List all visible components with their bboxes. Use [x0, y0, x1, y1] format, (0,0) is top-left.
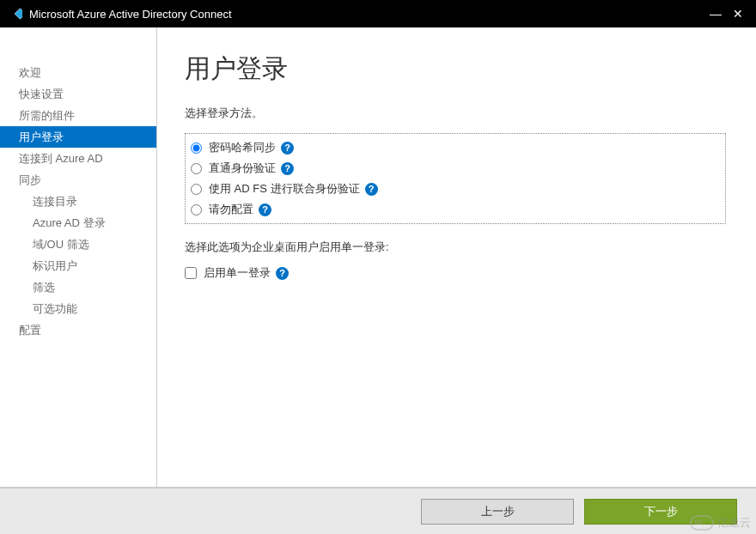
minimize-button[interactable]: — [704, 7, 727, 21]
sidebar: 欢迎快速设置所需的组件用户登录连接到 Azure AD同步连接目录Azure A… [0, 27, 157, 487]
signin-radio-0[interactable] [191, 143, 202, 154]
sidebar-item-10[interactable]: 筛选 [0, 276, 156, 298]
sso-checkbox-row: 启用单一登录 ? [185, 265, 729, 281]
signin-radio-label-1[interactable]: 直通身份验证 [209, 161, 276, 176]
footer: 上一步 下一步 [0, 488, 756, 534]
main-panel: 用户登录 选择登录方法。 密码哈希同步?直通身份验证?使用 AD FS 进行联合… [157, 27, 756, 487]
close-button[interactable]: ✕ [727, 7, 749, 21]
sidebar-item-6[interactable]: 连接目录 [0, 191, 156, 212]
azure-logo-icon [7, 6, 22, 21]
sidebar-item-9[interactable]: 标识用户 [0, 255, 156, 276]
sidebar-item-11[interactable]: 可选功能 [0, 298, 156, 319]
sidebar-item-2[interactable]: 所需的组件 [0, 105, 156, 126]
signin-radio-label-3[interactable]: 请勿配置 [209, 202, 253, 217]
help-icon[interactable]: ? [259, 203, 271, 216]
sso-checkbox[interactable] [185, 267, 197, 279]
page-title: 用户登录 [185, 52, 729, 87]
signin-option-1: 直通身份验证? [189, 158, 722, 179]
sidebar-item-0[interactable]: 欢迎 [0, 62, 156, 83]
sso-prompt: 选择此选项为企业桌面用户启用单一登录: [185, 240, 729, 255]
signin-radio-1[interactable] [191, 163, 202, 174]
help-icon[interactable]: ? [281, 142, 294, 155]
signin-option-3: 请勿配置? [189, 199, 722, 220]
sidebar-item-12[interactable]: 配置 [0, 319, 156, 341]
next-button[interactable]: 下一步 [584, 499, 737, 525]
signin-option-2: 使用 AD FS 进行联合身份验证? [189, 179, 722, 199]
sidebar-item-1[interactable]: 快速设置 [0, 83, 156, 105]
sidebar-item-4[interactable]: 连接到 Azure AD [0, 148, 156, 169]
help-icon[interactable]: ? [281, 162, 294, 175]
sidebar-item-5[interactable]: 同步 [0, 169, 156, 191]
signin-radio-3[interactable] [191, 204, 202, 215]
signin-radio-label-2[interactable]: 使用 AD FS 进行联合身份验证 [209, 181, 360, 197]
help-icon[interactable]: ? [365, 183, 378, 196]
sidebar-item-7[interactable]: Azure AD 登录 [0, 212, 156, 234]
prev-button[interactable]: 上一步 [421, 499, 574, 525]
signin-option-0: 密码哈希同步? [189, 137, 722, 158]
help-icon[interactable]: ? [276, 267, 289, 280]
body-area: 欢迎快速设置所需的组件用户登录连接到 Azure AD同步连接目录Azure A… [0, 27, 756, 488]
sidebar-item-8[interactable]: 域/OU 筛选 [0, 234, 156, 255]
signin-radio-label-0[interactable]: 密码哈希同步 [209, 140, 276, 155]
sso-label[interactable]: 启用单一登录 [204, 265, 271, 281]
signin-prompt: 选择登录方法。 [185, 106, 729, 121]
sidebar-item-3[interactable]: 用户登录 [0, 126, 156, 148]
signin-method-group: 密码哈希同步?直通身份验证?使用 AD FS 进行联合身份验证?请勿配置? [185, 133, 726, 224]
sso-section: 选择此选项为企业桌面用户启用单一登录: 启用单一登录 ? [185, 240, 729, 281]
signin-radio-2[interactable] [191, 184, 202, 195]
titlebar: Microsoft Azure Active Directory Connect… [0, 0, 756, 27]
window-title: Microsoft Azure Active Directory Connect [29, 8, 704, 21]
